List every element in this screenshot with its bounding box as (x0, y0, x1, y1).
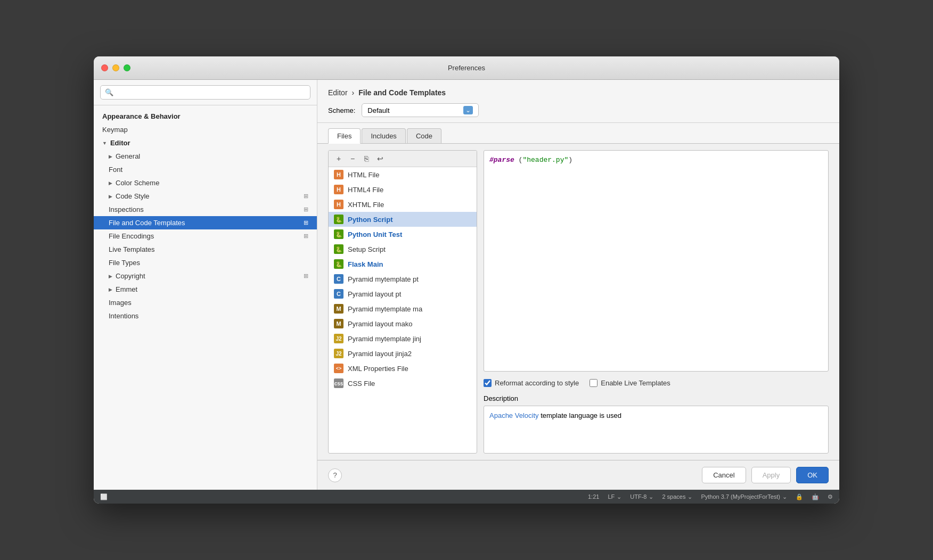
list-item[interactable]: <> XML Properties File (329, 361, 477, 376)
list-item[interactable]: M Pyramid layout mako (329, 316, 477, 331)
sidebar-item-editor[interactable]: Editor (94, 136, 317, 150)
maximize-button[interactable] (124, 64, 130, 71)
chevron-right-icon (109, 274, 112, 279)
status-left-icon: ⬜ (100, 493, 108, 500)
search-icon: 🔍 (105, 88, 113, 96)
sidebar-item-label: Copyright (116, 272, 145, 280)
tab-includes-label: Includes (371, 132, 396, 140)
copy-badge-icon: ⊞ (304, 193, 308, 200)
sidebar-item-label: File Types (109, 259, 140, 267)
file-icon: <> (334, 364, 343, 373)
file-icon: C (334, 289, 343, 299)
list-item[interactable]: J2 Pyramid layout jinja2 (329, 346, 477, 361)
status-interpreter-chevron: ⌄ (782, 493, 787, 500)
template-editor-area: + − ⎘ ↩ H HTML File H H (328, 150, 829, 454)
template-list-container: + − ⎘ ↩ H HTML File H H (328, 150, 477, 454)
search-input[interactable]: 🔍 (100, 85, 310, 100)
template-list-toolbar: + − ⎘ ↩ (329, 151, 477, 167)
sidebar-item-images[interactable]: Images (94, 296, 317, 309)
code-area[interactable]: #parse ("header.py") (484, 150, 829, 372)
sidebar-item-file-types[interactable]: File Types (94, 256, 317, 269)
status-lf-chevron: ⌄ (617, 493, 621, 500)
tab-code[interactable]: Code (407, 128, 441, 143)
list-item[interactable]: J2 Pyramid mytemplate jinj (329, 331, 477, 346)
help-button[interactable]: ? (328, 468, 342, 482)
copy-template-button[interactable]: ⎘ (361, 153, 372, 164)
list-item[interactable]: C Pyramid mytemplate pt (329, 271, 477, 286)
scheme-row: Scheme: Default ⌄ (328, 103, 829, 117)
tab-includes[interactable]: Includes (362, 128, 405, 143)
sidebar-item-file-and-code-templates[interactable]: File and Code Templates ⊞ (94, 216, 317, 229)
description-section: Description Apache Velocity template lan… (484, 394, 829, 454)
panel-body: + − ⎘ ↩ H HTML File H H (317, 144, 839, 460)
search-container: 🔍 (94, 80, 317, 105)
sidebar-item-code-style[interactable]: Code Style ⊞ (94, 190, 317, 203)
list-item[interactable]: 🐍 Setup Script (329, 242, 477, 257)
sidebar-item-label: Color Scheme (116, 179, 159, 187)
window-title: Preferences (448, 64, 485, 72)
list-item[interactable]: M Pyramid mytemplate ma (329, 301, 477, 316)
sidebar-item-intentions[interactable]: Intentions (94, 309, 317, 323)
minimize-button[interactable] (112, 64, 119, 71)
reformat-checkbox[interactable] (484, 379, 492, 387)
status-encoding: UTF-8 ⌄ (630, 493, 653, 500)
list-item[interactable]: C Pyramid layout pt (329, 286, 477, 301)
sidebar-item-label: Live Templates (109, 245, 154, 253)
sidebar-item-inspections[interactable]: Inspections ⊞ (94, 203, 317, 216)
bottom-bar: ? Cancel Apply OK (317, 460, 839, 490)
reset-template-button[interactable]: ↩ (374, 153, 386, 164)
live-templates-checkbox-label[interactable]: Enable Live Templates (590, 379, 670, 387)
status-encoding-chevron: ⌄ (649, 493, 653, 500)
item-label: Pyramid layout jinja2 (348, 350, 412, 358)
sidebar-item-file-encodings[interactable]: File Encodings ⊞ (94, 229, 317, 243)
sidebar-item-label: Keymap (102, 126, 128, 134)
sidebar-item-font[interactable]: Font (94, 163, 317, 176)
sidebar-item-general[interactable]: General (94, 150, 317, 163)
list-item[interactable]: css CSS File (329, 376, 477, 391)
status-interpreter-value: Python 3.7 (MyProjectForTest) (701, 493, 780, 500)
item-label: Setup Script (348, 245, 386, 253)
list-item-python-script[interactable]: 🐍 Python Script (329, 212, 477, 227)
file-icon: H (334, 170, 343, 179)
sidebar-item-live-templates[interactable]: Live Templates (94, 243, 317, 256)
cancel-button[interactable]: Cancel (702, 467, 746, 483)
apache-velocity-link[interactable]: Apache Velocity (489, 411, 539, 419)
reformat-checkbox-label[interactable]: Reformat according to style (484, 379, 579, 387)
list-item[interactable]: H HTML File (329, 167, 477, 182)
apply-button[interactable]: Apply (751, 467, 791, 483)
sidebar-item-emmet[interactable]: Emmet (94, 283, 317, 296)
list-item[interactable]: H XHTML File (329, 197, 477, 212)
remove-template-button[interactable]: − (347, 153, 358, 164)
file-icon: 🐍 (334, 259, 343, 269)
list-item[interactable]: 🐍 Python Unit Test (329, 227, 477, 242)
sidebar-item-keymap[interactable]: Keymap (94, 123, 317, 136)
sidebar-item-appearance[interactable]: Appearance & Behavior (94, 110, 317, 123)
add-template-button[interactable]: + (333, 153, 345, 164)
close-button[interactable] (101, 64, 108, 71)
sidebar-item-copyright[interactable]: Copyright ⊞ (94, 269, 317, 283)
chevron-right-icon (109, 194, 112, 199)
item-label: Pyramid mytemplate jinj (348, 335, 421, 343)
sidebar-tree: Appearance & Behavior Keymap Editor Gene… (94, 105, 317, 490)
item-label: XML Properties File (348, 365, 408, 373)
sidebar-item-label: Font (109, 166, 122, 174)
tab-code-label: Code (416, 132, 432, 140)
status-line-ending: LF ⌄ (608, 493, 621, 500)
breadcrumb-separator: › (352, 88, 355, 97)
list-item[interactable]: H HTML4 File (329, 182, 477, 197)
scheme-select[interactable]: Default ⌄ (362, 103, 479, 117)
preferences-window: Preferences 🔍 Appearance & Behavior Keym… (94, 56, 839, 504)
chevron-right-icon (109, 154, 112, 159)
tab-files[interactable]: Files (328, 128, 361, 144)
ok-button[interactable]: OK (796, 467, 829, 483)
list-item[interactable]: 🐍 Flask Main (329, 257, 477, 271)
chevron-down-icon (102, 141, 107, 146)
sidebar-item-color-scheme[interactable]: Color Scheme (94, 176, 317, 190)
live-templates-checkbox[interactable] (590, 379, 598, 387)
tab-files-label: Files (337, 132, 351, 140)
tabs-bar: Files Includes Code (317, 123, 839, 144)
checkboxes-row: Reformat according to style Enable Live … (484, 376, 829, 390)
status-lock-icon: 🔒 (796, 493, 803, 500)
item-label: XHTML File (348, 201, 384, 209)
main-content: 🔍 Appearance & Behavior Keymap Editor Ge (94, 80, 839, 490)
